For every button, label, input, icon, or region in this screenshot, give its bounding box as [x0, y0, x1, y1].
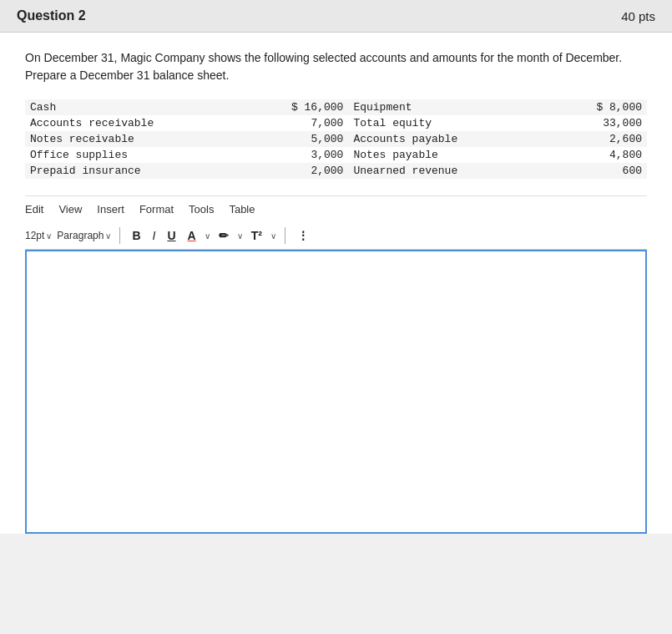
menu-view[interactable]: View	[58, 203, 82, 216]
account-name: Cash	[25, 99, 224, 115]
menu-bar: Edit View Insert Format Tools Table	[25, 195, 647, 222]
account-name: Prepaid insurance	[25, 163, 224, 179]
account-amount: 2,000	[224, 163, 348, 179]
paragraph-selector[interactable]: Paragraph ∨	[57, 230, 111, 241]
italic-button[interactable]: I	[149, 228, 159, 243]
menu-tools[interactable]: Tools	[189, 203, 214, 216]
table-row: Notes receivable 5,000 Accounts payable …	[25, 131, 647, 147]
font-color-chevron: ∨	[205, 231, 210, 241]
account-amount2: $ 8,000	[548, 99, 647, 115]
account-name: Accounts receivable	[25, 115, 224, 131]
account-name: Office supplies	[25, 147, 224, 163]
toolbar-separator-1	[119, 227, 120, 244]
account-amount2: 4,800	[548, 147, 647, 163]
paragraph-chevron: ∨	[105, 231, 111, 241]
table-row: Accounts receivable 7,000 Total equity 3…	[25, 115, 647, 131]
font-color-button[interactable]: A	[184, 228, 200, 243]
paragraph-value: Paragraph	[57, 230, 104, 241]
menu-format[interactable]: Format	[139, 203, 174, 216]
highlight-button[interactable]: ✏	[215, 228, 232, 243]
account-name2: Notes payable	[348, 147, 547, 163]
account-name2: Equipment	[348, 99, 547, 115]
toolbar: 12pt ∨ Paragraph ∨ B I U A ∨ ✏ ∨ T² ∨ ⋮	[25, 222, 647, 250]
account-name2: Unearned revenue	[348, 163, 547, 179]
more-options-button[interactable]: ⋮	[294, 228, 312, 243]
menu-table[interactable]: Table	[229, 203, 255, 216]
toolbar-separator-2	[285, 227, 285, 244]
editor-area[interactable]	[25, 250, 647, 534]
font-size-chevron: ∨	[46, 231, 52, 241]
bold-button[interactable]: B	[129, 228, 144, 243]
account-name2: Accounts payable	[348, 131, 547, 147]
highlight-chevron: ∨	[237, 231, 243, 241]
table-row: Prepaid insurance 2,000 Unearned revenue…	[25, 163, 647, 179]
account-amount: 3,000	[224, 147, 348, 163]
account-amount2: 2,600	[548, 131, 647, 147]
question-header: Question 2 40 pts	[0, 0, 672, 33]
account-name2: Total equity	[348, 115, 547, 131]
question-title: Question 2	[17, 8, 86, 23]
superscript-button[interactable]: T²	[248, 228, 265, 243]
font-size-selector[interactable]: 12pt ∨	[25, 230, 52, 241]
table-row: Cash $ 16,000 Equipment $ 8,000	[25, 99, 647, 115]
menu-edit[interactable]: Edit	[25, 203, 43, 216]
account-name: Notes receivable	[25, 131, 224, 147]
underline-button[interactable]: U	[164, 228, 179, 243]
question-text: On December 31, Magic Company shows the …	[25, 49, 647, 84]
superscript-chevron: ∨	[270, 231, 276, 241]
account-amount: $ 16,000	[224, 99, 348, 115]
font-size-value: 12pt	[25, 230, 44, 241]
table-row: Office supplies 3,000 Notes payable 4,80…	[25, 147, 647, 163]
question-points: 40 pts	[621, 9, 655, 23]
account-amount2: 33,000	[548, 115, 647, 131]
page-container: Question 2 40 pts On December 31, Magic …	[0, 0, 672, 634]
account-amount: 7,000	[224, 115, 348, 131]
accounts-table: Cash $ 16,000 Equipment $ 8,000 Accounts…	[25, 99, 647, 179]
menu-insert[interactable]: Insert	[97, 203, 124, 216]
account-amount2: 600	[548, 163, 647, 179]
content-area: On December 31, Magic Company shows the …	[0, 33, 672, 534]
account-amount: 5,000	[224, 131, 348, 147]
